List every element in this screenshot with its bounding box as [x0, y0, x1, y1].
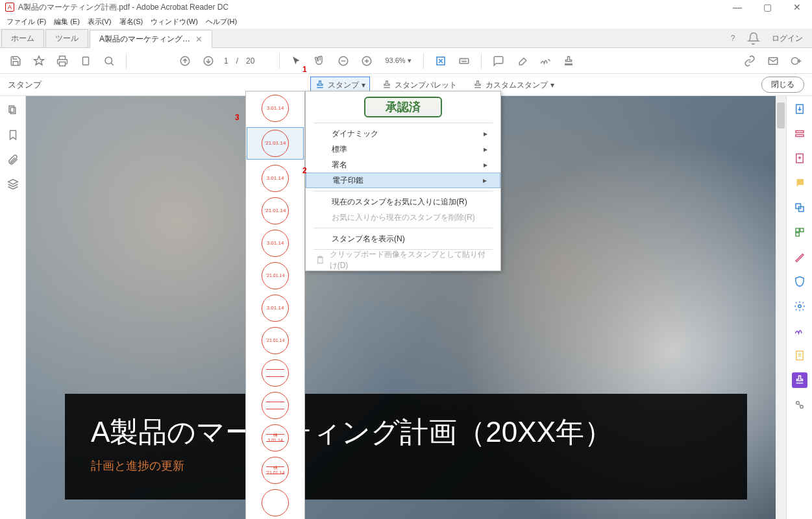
protect-icon[interactable]: [792, 274, 807, 289]
svg-rect-10: [9, 106, 14, 112]
gear-icon[interactable]: [792, 298, 807, 314]
keyboard-icon[interactable]: [454, 51, 474, 71]
find-icon[interactable]: [99, 51, 119, 71]
svg-point-21: [798, 305, 801, 308]
menu-file[interactable]: ファイル (F): [3, 17, 50, 27]
thumbnails-icon[interactable]: [6, 104, 19, 117]
stamp-inspect-1[interactable]: 検3.01.14: [262, 424, 289, 452]
doc-subtitle: 計画と進捗の更新: [91, 458, 721, 474]
stamp-blank-1[interactable]: [262, 359, 289, 387]
stamp-date-4[interactable]: '21.01.14: [262, 197, 289, 224]
tab-home[interactable]: ホーム: [1, 29, 44, 47]
print2-icon[interactable]: [75, 51, 96, 71]
menu-delete-favorite: お気に入りから現在のスタンプを削除(R): [306, 210, 500, 225]
minimize-button[interactable]: —: [722, 0, 752, 14]
signature-icon[interactable]: [535, 51, 556, 71]
create-pdf-icon[interactable]: [792, 151, 807, 166]
attachment-icon[interactable]: [6, 153, 19, 166]
stamp-blank-2[interactable]: [262, 392, 289, 419]
stamp-date-7[interactable]: 3.01.14: [262, 295, 289, 322]
edit-pdf-icon[interactable]: [792, 126, 807, 141]
login-button[interactable]: ログイン: [768, 33, 807, 44]
hand-icon[interactable]: [310, 51, 330, 71]
organize-icon[interactable]: [792, 224, 807, 240]
bookmark-icon[interactable]: [6, 128, 19, 141]
svg-point-1: [105, 57, 112, 64]
more-tools-icon[interactable]: [792, 397, 807, 413]
save-icon[interactable]: [5, 51, 26, 71]
export-pdf-icon[interactable]: [792, 101, 807, 117]
stamp-date-3[interactable]: 3.01.14: [262, 165, 289, 192]
mail-icon[interactable]: [763, 51, 783, 71]
zoom-in-icon[interactable]: [356, 51, 377, 71]
menu-show-name[interactable]: スタンプ名を表示(N): [306, 231, 500, 247]
share-icon[interactable]: [786, 51, 807, 71]
link-icon[interactable]: [739, 51, 760, 71]
svg-point-23: [796, 402, 799, 405]
menu-sign[interactable]: 署名(S): [116, 17, 147, 27]
menu-eseal[interactable]: 電子印鑑▸: [306, 173, 500, 188]
menu-view[interactable]: 表示(V): [84, 17, 116, 27]
page-down-icon[interactable]: [198, 51, 219, 71]
star-icon[interactable]: [29, 51, 49, 71]
svg-rect-0: [83, 57, 89, 65]
layers-icon[interactable]: [6, 178, 19, 191]
stamp-active-icon[interactable]: [792, 372, 807, 388]
svg-point-9: [792, 57, 799, 64]
svg-point-24: [800, 405, 803, 409]
stamp-palette-label: スタンプパレット: [395, 80, 457, 91]
tab-document[interactable]: A製品のマーケティング… ✕: [90, 30, 212, 48]
menu-sign[interactable]: 署名▸: [306, 157, 500, 173]
stamp-date-8[interactable]: '21.01.14: [262, 327, 289, 354]
app-icon: A: [5, 3, 14, 12]
svg-rect-18: [796, 228, 799, 232]
menu-standard[interactable]: 標準▸: [306, 141, 500, 157]
stamp-date-1[interactable]: 3.01.14: [262, 95, 289, 122]
vertical-scrollbar[interactable]: [776, 96, 786, 519]
annotation-1: 1: [302, 65, 307, 74]
menu-window[interactable]: ウィンドウ(W): [147, 17, 202, 27]
bell-icon[interactable]: [747, 32, 760, 45]
stamp-date-2-selected[interactable]: '21.01.14: [247, 127, 304, 160]
stamp-panel-label: スタンプ: [8, 79, 42, 91]
comment-icon[interactable]: [488, 51, 509, 71]
tab-tools[interactable]: ツール: [45, 29, 88, 47]
menu-edit[interactable]: 編集 (E): [50, 17, 84, 27]
highlight-icon[interactable]: [511, 51, 532, 71]
menu-dynamic[interactable]: ダイナミック▸: [306, 126, 500, 141]
zoom-out-icon[interactable]: [333, 51, 354, 71]
page-total: 20: [243, 56, 257, 66]
menu-add-favorite[interactable]: 現在のスタンプをお気に入りに追加(R): [306, 194, 500, 210]
approved-stamp-preview[interactable]: 承認済: [364, 97, 442, 117]
menu-help[interactable]: ヘルプ(H): [202, 17, 241, 27]
fit-icon[interactable]: [430, 51, 451, 71]
stamp-dropdown-menu: 承認済 ダイナミック▸ 標準▸ 署名▸ 電子印鑑▸ 現在のスタンプをお気に入りに…: [305, 91, 501, 271]
convert-icon[interactable]: [792, 348, 807, 363]
close-button[interactable]: ✕: [782, 0, 812, 14]
stamp-date-6[interactable]: '21.01.14: [262, 262, 289, 289]
stamp-inspect-2[interactable]: 検'21.01.14: [262, 457, 289, 484]
stamp-label: スタンプ: [328, 80, 359, 91]
combine-icon[interactable]: [792, 200, 807, 215]
annotation-3: 3: [235, 113, 240, 122]
svg-rect-13: [796, 131, 804, 133]
maximize-button[interactable]: ▢: [752, 0, 782, 14]
svg-rect-14: [796, 135, 804, 137]
page-up-icon[interactable]: [175, 51, 195, 71]
zoom-value[interactable]: 93.6% ▾: [380, 56, 416, 65]
stamp-date-5[interactable]: 3.01.14: [262, 230, 289, 257]
help-icon[interactable]: ?: [726, 32, 739, 45]
window-title: A製品のマーケティング計画.pdf - Adobe Acrobat Reader…: [18, 2, 228, 13]
stamp-tool-icon[interactable]: [558, 51, 579, 71]
svg-rect-19: [800, 228, 803, 232]
custom-stamp-label: カスタムスタンプ: [486, 80, 548, 91]
comment-tools-icon[interactable]: [792, 175, 807, 191]
print-icon[interactable]: [52, 51, 73, 71]
tab-close-icon[interactable]: ✕: [195, 34, 203, 44]
redact-icon[interactable]: [792, 249, 807, 265]
stamp-blank-3[interactable]: [262, 489, 289, 516]
annotation-2: 2: [302, 166, 307, 175]
sign-icon[interactable]: [792, 323, 807, 339]
page-current[interactable]: 1: [221, 56, 231, 66]
close-panel-button[interactable]: 閉じる: [761, 77, 804, 93]
